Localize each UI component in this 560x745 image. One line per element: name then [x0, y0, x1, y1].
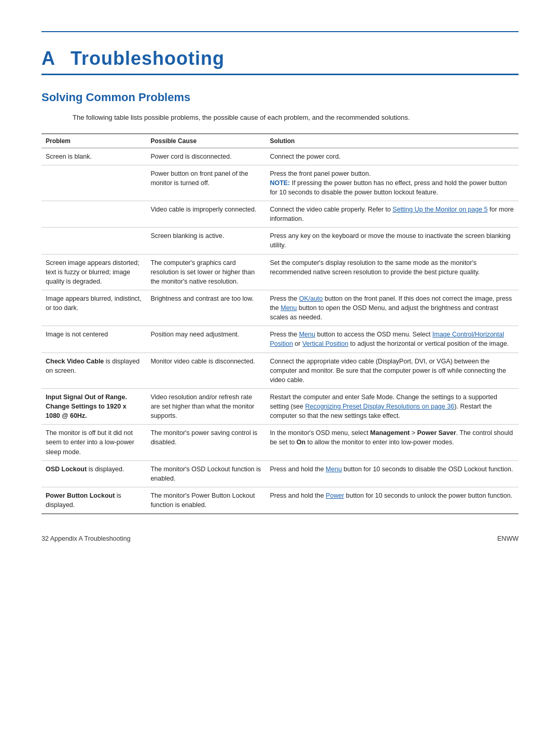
table-row: Image appears blurred, indistinct, or to…: [41, 290, 519, 326]
cell-solution: Press the Menu button to access the OSD …: [265, 326, 519, 353]
table-row: Input Signal Out of Range. Change Settin…: [41, 388, 519, 424]
cell-cause: Video resolution and/or refresh rate are…: [146, 388, 265, 424]
inline-link[interactable]: Menu: [281, 304, 297, 312]
cell-cause: The monitor's Power Button Lockout funct…: [146, 487, 265, 514]
table-row: OSD Lockout is displayed.The monitor's O…: [41, 460, 519, 487]
cell-solution: Restart the computer and enter Safe Mode…: [265, 388, 519, 424]
footer-right: ENWW: [497, 535, 519, 542]
cell-problem: Check Video Cable is displayed on screen…: [41, 353, 146, 388]
cell-problem: [41, 165, 146, 201]
cell-solution: Press and hold the Power button for 10 s…: [265, 487, 519, 514]
table-row: The monitor is off but it did not seem t…: [41, 425, 519, 460]
cell-cause: Position may need adjustment.: [146, 326, 265, 353]
chapter-letter: A: [41, 48, 55, 69]
cell-problem: Screen is blank.: [41, 148, 146, 165]
inline-link[interactable]: Menu: [326, 466, 342, 473]
cell-cause: Power cord is disconnected.: [146, 148, 265, 165]
chapter-title: A Troubleshooting: [41, 48, 519, 75]
cell-problem: Image is not centered: [41, 326, 146, 353]
table-row: Power Button Lockout is displayed.The mo…: [41, 487, 519, 514]
cell-cause: The monitor's OSD Lockout function is en…: [146, 460, 265, 487]
cell-solution: Press the front panel power button.NOTE:…: [265, 165, 519, 201]
col-cause: Possible Cause: [146, 134, 265, 148]
inline-link[interactable]: Power: [326, 492, 344, 499]
cell-cause: The monitor's power saving control is di…: [146, 425, 265, 460]
page-footer: 32 Appendix A Troubleshooting ENWW: [41, 535, 519, 542]
inline-link[interactable]: Setting Up the Monitor on page 5: [393, 206, 487, 213]
troubleshooting-table: Problem Possible Cause Solution Screen i…: [41, 133, 519, 515]
chapter-title-text: Troubleshooting: [71, 48, 225, 69]
cell-problem: Input Signal Out of Range. Change Settin…: [41, 388, 146, 424]
table-row: Video cable is improperly connected.Conn…: [41, 201, 519, 228]
col-problem: Problem: [41, 134, 146, 148]
cell-solution: Press and hold the Menu button for 10 se…: [265, 460, 519, 487]
table-row: Image is not centeredPosition may need a…: [41, 326, 519, 353]
intro-text: The following table lists possible probl…: [73, 113, 519, 123]
cell-problem: Power Button Lockout is displayed.: [41, 487, 146, 514]
note-label: NOTE:: [270, 179, 290, 187]
cell-cause: Brightness and contrast are too low.: [146, 290, 265, 326]
section-title: Solving Common Problems: [41, 91, 519, 104]
col-solution: Solution: [265, 134, 519, 148]
cell-cause: Monitor video cable is disconnected.: [146, 353, 265, 388]
cell-cause: Power button on front panel of the monit…: [146, 165, 265, 201]
cell-solution: Set the computer's display resolution to…: [265, 254, 519, 290]
cell-problem: OSD Lockout is displayed.: [41, 460, 146, 487]
cell-solution: In the monitor's OSD menu, select Manage…: [265, 425, 519, 460]
cell-problem: Image appears blurred, indistinct, or to…: [41, 290, 146, 326]
inline-link[interactable]: Recognizing Preset Display Resolutions o…: [305, 403, 454, 410]
cell-problem: The monitor is off but it did not seem t…: [41, 425, 146, 460]
footer-left: 32 Appendix A Troubleshooting: [41, 535, 131, 542]
cell-solution: Press the OK/auto button on the front pa…: [265, 290, 519, 326]
inline-link[interactable]: Menu: [299, 331, 315, 338]
inline-link[interactable]: OK/auto: [299, 295, 323, 302]
table-row: Screen is blank.Power cord is disconnect…: [41, 148, 519, 165]
cell-problem: [41, 201, 146, 228]
cell-solution: Connect the appropriate video cable (Dis…: [265, 353, 519, 388]
table-row: Screen image appears distorted; text is …: [41, 254, 519, 290]
cell-solution: Connect the power cord.: [265, 148, 519, 165]
cell-problem: [41, 228, 146, 254]
table-row: Power button on front panel of the monit…: [41, 165, 519, 201]
table-row: Check Video Cable is displayed on screen…: [41, 353, 519, 388]
table-row: Screen blanking is active.Press any key …: [41, 228, 519, 254]
cell-solution: Press any key on the keyboard or move th…: [265, 228, 519, 254]
cell-cause: Video cable is improperly connected.: [146, 201, 265, 228]
inline-link[interactable]: Vertical Position: [302, 340, 348, 347]
cell-problem: Screen image appears distorted; text is …: [41, 254, 146, 290]
cell-cause: The computer's graphics card resolution …: [146, 254, 265, 290]
table-header-row: Problem Possible Cause Solution: [41, 134, 519, 148]
cell-solution: Connect the video cable properly. Refer …: [265, 201, 519, 228]
cell-cause: Screen blanking is active.: [146, 228, 265, 254]
